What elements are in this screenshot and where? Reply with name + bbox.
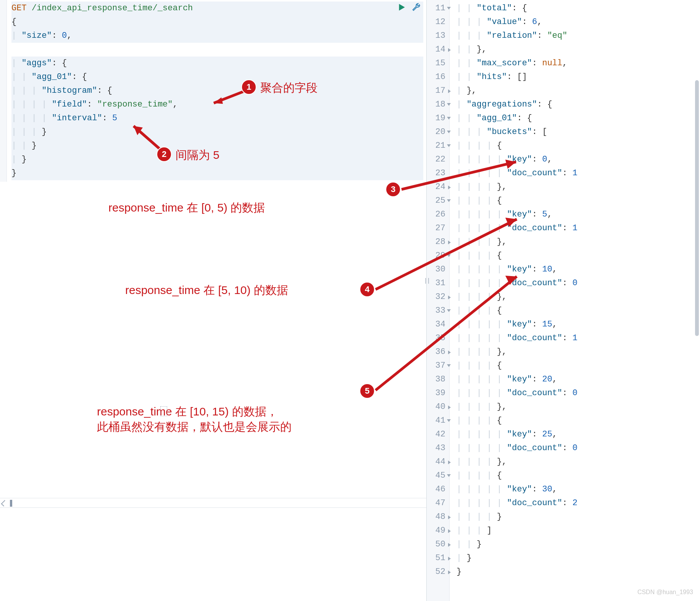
split-view: GET /index_api_response_time/_search { |…	[0, 0, 700, 601]
response-viewer[interactable]: | | "total": { | | | "value": 6, | | | "…	[450, 0, 700, 601]
play-icon[interactable]	[397, 2, 406, 15]
left-gutter	[0, 0, 7, 182]
pane-resize-handle[interactable]: ||	[424, 273, 429, 289]
request-pane: GET /index_api_response_time/_search { |…	[0, 0, 427, 601]
wrench-icon[interactable]	[411, 2, 421, 15]
editor-toolbar	[397, 2, 421, 15]
vertical-scrollbar[interactable]	[694, 0, 700, 367]
horizontal-scrollbar[interactable]	[0, 498, 426, 508]
scrollbar-thumb[interactable]	[695, 80, 699, 336]
request-editor[interactable]: GET /index_api_response_time/_search { |…	[7, 0, 426, 182]
response-pane: 1112131415161718192021222324252627282930…	[427, 0, 700, 601]
watermark: CSDN @huan_1993	[637, 589, 693, 596]
line-number-gutter: 1112131415161718192021222324252627282930…	[427, 0, 450, 601]
